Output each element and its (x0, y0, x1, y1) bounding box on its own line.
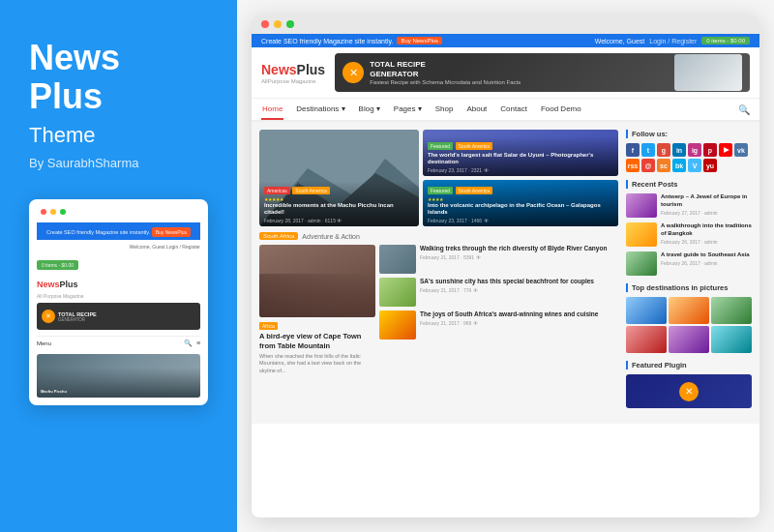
extra-icon[interactable]: yu (703, 159, 717, 172)
browser-maximize-dot[interactable] (286, 20, 294, 28)
sa-tag: South Africa (259, 232, 298, 240)
banner-text: TOTAL RECIPE GENERATOR Fastest Recipe wi… (370, 60, 521, 86)
welcome-text: Welcome, Guest (595, 38, 645, 44)
sidebar-recent-posts: Recent Posts Antwerp – A Jewel of Europe… (626, 180, 752, 276)
instagram-icon[interactable]: ig (688, 143, 701, 157)
site-topbar: Create SEO friendly Magazine site instan… (252, 34, 759, 47)
sa-main-post[interactable]: Africa A bird-eye view of Cape Town from… (259, 245, 375, 375)
bookmarks-icon[interactable]: bk (672, 159, 686, 172)
sa-side-img-2 (379, 278, 416, 307)
nav-pages[interactable]: Pages ▾ (393, 99, 423, 120)
maximize-dot (60, 209, 66, 215)
logo-news: News (261, 62, 297, 77)
topbar-left: Create SEO friendly Magazine site instan… (261, 37, 442, 44)
nav-home[interactable]: Home (261, 99, 283, 120)
featured-side-post-1[interactable]: Featured South America The world's large… (423, 130, 618, 176)
sidebar-top-dest: Top destinations in pictures (626, 283, 752, 353)
sa-side-text-2: SA's sunshine city has this special beac… (420, 278, 618, 293)
rss-icon[interactable]: rss (626, 159, 640, 172)
topbar-buy-button[interactable]: Buy NewsPlus (397, 37, 442, 44)
mobile-cart-button[interactable]: 0 items - $0.00 (37, 260, 78, 270)
featured-main-title: Incredible moments at the Machu Picchu I… (264, 202, 414, 216)
nav-about[interactable]: About (465, 99, 488, 120)
social-icons-row: f t g in ig p ▶ vk rss @ sc bk V (626, 143, 752, 172)
recipe-generator-icon: ✕ (342, 62, 364, 83)
site-tagline: AllPurpose Magazine (261, 78, 325, 84)
featured-side-posts: Featured South America The world's large… (423, 130, 618, 226)
site-main: Americas South America ★★★★★ Incredible … (252, 122, 759, 424)
linkedin-icon[interactable]: in (672, 143, 686, 157)
mobile-preview: Create SEO friendly Magazine site instan… (29, 199, 208, 405)
browser-close-dot[interactable] (261, 20, 269, 28)
dest-thumb-5[interactable] (669, 326, 709, 353)
featured-main-post[interactable]: Americas South America ★★★★★ Incredible … (259, 130, 419, 226)
mobile-buy-button[interactable]: Buy NewsPlus (152, 227, 191, 237)
recent-post-3-img (626, 251, 657, 276)
sa-side-post-3[interactable]: The joys of South Africa's award-winning… (379, 310, 618, 340)
sa-side-posts: Walking treks through the rich diversity… (379, 245, 618, 375)
tag-south-am: South America (456, 142, 493, 150)
title-plus: Plus (29, 76, 103, 116)
follow-title: Follow us: (626, 130, 752, 138)
mobile-recipe-banner: ✕ TOTAL RECIPE GENERATOR (37, 303, 200, 330)
top-dest-label: Top destinations in pictures (626, 283, 752, 292)
sa-posts-grid: Africa A bird-eye view of Cape Town from… (259, 245, 618, 375)
facebook-icon[interactable]: f (626, 143, 640, 157)
sa-side-img-1 (379, 245, 416, 274)
youtube-icon[interactable]: ▶ (719, 143, 732, 157)
dest-thumb-1[interactable] (626, 297, 667, 324)
soundcloud-icon[interactable]: sc (657, 159, 670, 172)
featured-side-post-2[interactable]: Featured South America ★★★★ Into the vol… (423, 180, 618, 226)
mobile-topbar: Create SEO friendly Magazine site instan… (37, 222, 200, 240)
nav-food-demo[interactable]: Food Demo (540, 99, 582, 120)
side-post-1-title: The world's largest salt flat Salar de U… (428, 152, 613, 165)
sa-side-title-1: Walking treks through the rich diversity… (420, 245, 618, 252)
sa-side-title-2: SA's sunshine city has this special beac… (420, 278, 618, 285)
recent-post-1-title: Antwerp – A Jewel of Europe in tourism (661, 193, 752, 209)
vine-icon[interactable]: V (688, 159, 701, 172)
cart-button[interactable]: 0 items - $0.00 (701, 37, 750, 44)
tag-featured-2: Featured (428, 187, 453, 194)
banner-title: TOTAL RECIPE (370, 60, 521, 70)
browser-minimize-dot[interactable] (274, 20, 282, 28)
sa-side-post-1[interactable]: Walking treks through the rich diversity… (379, 245, 618, 274)
plugin-icon: ✕ (679, 382, 699, 401)
mobile-menu-label: Menu (37, 340, 51, 346)
header-ad-banner: ✕ TOTAL RECIPE GENERATOR Fastest Recipe … (335, 53, 750, 92)
plugin-thumbnail[interactable]: ✕ (626, 374, 752, 408)
sa-side-meta-2: February 21, 2017 · 776 👁 (420, 287, 618, 293)
pinterest-icon[interactable]: p (703, 143, 717, 157)
app-author: By SaurabhSharma (29, 156, 208, 170)
dest-thumb-6[interactable] (711, 326, 752, 353)
tag-featured: Featured (428, 142, 453, 150)
sidebar-featured-plugin: Featured Plugin ✕ (626, 361, 752, 408)
nav-shop[interactable]: Shop (434, 99, 455, 120)
search-icon[interactable]: 🔍 (184, 340, 193, 347)
top-dest-grid (626, 297, 752, 353)
dest-thumb-2[interactable] (669, 297, 709, 324)
title-news: News (29, 38, 120, 77)
nav-search-icon[interactable]: 🔍 (738, 104, 750, 115)
dest-thumb-4[interactable] (626, 326, 667, 353)
recent-post-1[interactable]: Antwerp – A Jewel of Europe in tourism F… (626, 193, 752, 218)
login-link[interactable]: Login / Register (649, 38, 697, 44)
recipe-icon: ✕ (42, 310, 55, 323)
nav-contact[interactable]: Contact (499, 99, 528, 120)
dest-thumb-3[interactable] (711, 297, 752, 324)
twitter-icon[interactable]: t (641, 143, 655, 157)
vk-icon[interactable]: vk (734, 143, 748, 157)
sa-side-post-2[interactable]: SA's sunshine city has this special beac… (379, 278, 618, 307)
featured-plugin-label: Featured Plugin (626, 361, 752, 369)
recent-post-3-text: A travel guide to Southeast Asia Februar… (661, 251, 750, 266)
nav-blog[interactable]: Blog ▾ (358, 99, 381, 120)
nav-destinations[interactable]: Destinations ▾ (295, 99, 345, 120)
mobile-hero-image: Machu Picchu (37, 354, 200, 398)
tag-south-am-2: South America (456, 187, 493, 194)
banner-subtitle: GENERATOR (370, 70, 521, 79)
recent-post-2[interactable]: A walkthrough into the traditions of Ban… (626, 222, 752, 247)
recent-post-3[interactable]: A travel guide to Southeast Asia Februar… (626, 251, 752, 276)
googleplus-icon[interactable]: g (657, 143, 670, 157)
menu-hamburger-icon[interactable]: ≡ (196, 340, 200, 347)
side-post-2-meta: February 23, 2017 · 1466 👁 (428, 218, 613, 223)
email-icon[interactable]: @ (641, 159, 655, 172)
